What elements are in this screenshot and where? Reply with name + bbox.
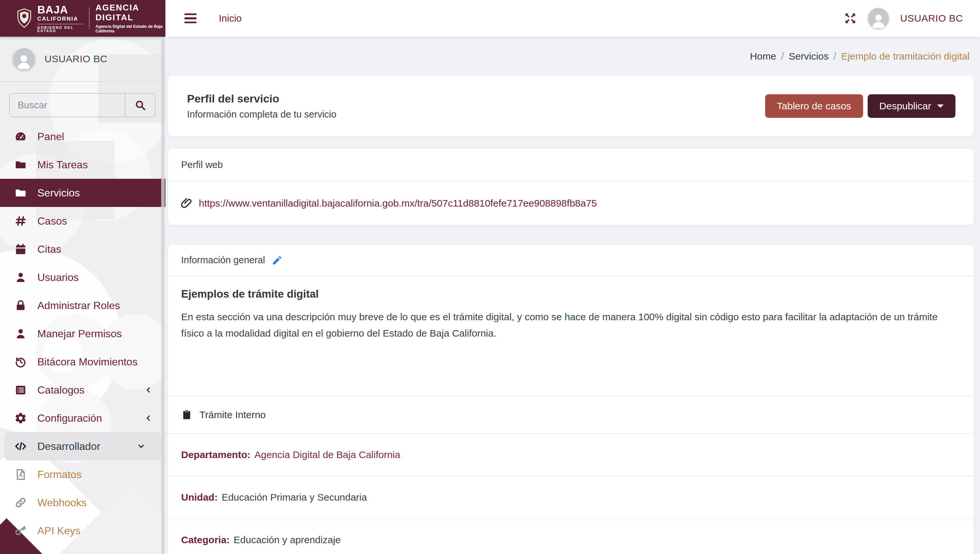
sidebar-search bbox=[9, 93, 156, 117]
sidebar-item-citas[interactable]: Citas bbox=[0, 235, 166, 263]
breadcrumb-servicios[interactable]: Servicios bbox=[789, 51, 829, 62]
caret-down-icon bbox=[937, 105, 943, 111]
sidebar: BAJA CALIFORNIA GOBIERNO DEL ESTADO AGEN… bbox=[0, 0, 166, 554]
chevron-left-icon bbox=[144, 414, 153, 423]
brand-state: BAJA bbox=[37, 4, 83, 15]
sidebar-item-label: Formatos bbox=[37, 468, 81, 481]
brand-agency-sub: Agencia Digital del Estado de Baja Calif… bbox=[95, 24, 166, 34]
sidebar-user[interactable]: USUARIO BC bbox=[0, 37, 166, 81]
breadcrumb-separator: / bbox=[781, 51, 784, 62]
main-content: Home / Servicios / Ejemplo de tramitació… bbox=[166, 37, 980, 554]
tramite-interno-row: Trámite Interno bbox=[168, 396, 974, 434]
edit-pencil-icon[interactable] bbox=[271, 255, 283, 266]
paperclip-icon bbox=[180, 197, 193, 210]
sidebar-item-mis-tareas[interactable]: Mis Tareas bbox=[0, 151, 166, 179]
sidebar-item-catalogos[interactable]: Catalogos bbox=[0, 376, 166, 404]
search-button[interactable] bbox=[125, 94, 155, 116]
despublicar-button[interactable]: Despublicar bbox=[868, 94, 955, 118]
sidebar-item-panel[interactable]: Panel bbox=[0, 123, 166, 151]
calendar-icon bbox=[13, 243, 28, 256]
field-row: Categoria:Educación y aprendizaje bbox=[168, 519, 974, 554]
field-row: Departamento:Agencia Digital de Baja Cal… bbox=[168, 434, 974, 476]
sidebar-item-bit-cora-movimientos[interactable]: Bitácora Movimientos bbox=[0, 348, 166, 376]
service-description-text: En esta sección va una descripción muy b… bbox=[181, 309, 958, 342]
clipboard-icon bbox=[181, 409, 192, 420]
service-url-link[interactable]: https://www.ventanilladigital.bajacalifo… bbox=[199, 198, 597, 209]
informacion-general-card: Información general Ejemplos de trámite … bbox=[168, 245, 974, 554]
field-label: Departamento: bbox=[181, 449, 250, 460]
topbar-avatar[interactable] bbox=[868, 8, 889, 29]
brand-state2: CALIFORNIA bbox=[37, 16, 83, 22]
service-description: Ejemplos de trámite digital En esta secc… bbox=[168, 276, 974, 396]
sidebar-menu: PanelMis TareasServiciosCasosCitasUsuari… bbox=[0, 123, 166, 545]
brand-state-block: BAJA CALIFORNIA GOBIERNO DEL ESTADO bbox=[37, 4, 83, 33]
sidebar-item-webhooks[interactable]: Webhooks bbox=[0, 489, 166, 517]
sidebar-item-formatos[interactable]: Formatos bbox=[0, 460, 166, 489]
chevron-left-icon bbox=[144, 385, 153, 395]
folder-icon bbox=[13, 186, 28, 199]
sidebar-item-casos[interactable]: Casos bbox=[0, 207, 166, 235]
breadcrumb-separator: / bbox=[833, 51, 836, 62]
sidebar-item-label: Catalogos bbox=[37, 384, 84, 396]
search-icon bbox=[134, 99, 146, 111]
sidebar-item-label: Casos bbox=[37, 215, 67, 227]
expand-arrows-icon bbox=[844, 12, 857, 25]
gear-icon bbox=[13, 412, 28, 425]
brand-gov: GOBIERNO DEL ESTADO bbox=[37, 24, 83, 33]
sidebar-item-label: Usuarios bbox=[37, 271, 79, 283]
service-fields: Departamento:Agencia Digital de Baja Cal… bbox=[168, 434, 974, 554]
perfil-web-card: Perfil web https://www.ventanilladigital… bbox=[168, 149, 974, 225]
brand-agency-block: AGENCIA DIGITAL Agencia Digital del Esta… bbox=[95, 3, 166, 34]
field-value[interactable]: Agencia Digital de Baja California bbox=[255, 449, 400, 460]
field-value: Educación y aprendizaje bbox=[234, 534, 341, 546]
link-icon bbox=[13, 496, 28, 509]
service-description-heading: Ejemplos de trámite digital bbox=[181, 288, 961, 300]
chevron-down-icon bbox=[137, 442, 146, 451]
tramite-interno-label: Trámite Interno bbox=[199, 409, 266, 420]
code-icon bbox=[13, 440, 28, 453]
user-icon bbox=[13, 327, 28, 340]
sidebar-item-label: Manejar Permisos bbox=[37, 328, 122, 340]
sidebar-item-label: Citas bbox=[37, 243, 61, 255]
service-header-card: Perfil del servicio Información completa… bbox=[168, 76, 974, 136]
sidebar-item-label: Configuración bbox=[37, 412, 102, 424]
user-icon bbox=[13, 271, 28, 284]
sidebar-scrollbar[interactable] bbox=[161, 39, 165, 554]
sidebar-item-label: Panel bbox=[37, 131, 64, 143]
breadcrumb-home[interactable]: Home bbox=[750, 51, 776, 62]
sidebar-item-usuarios[interactable]: Usuarios bbox=[0, 263, 166, 291]
hash-icon bbox=[13, 215, 28, 228]
fullscreen-button[interactable] bbox=[844, 12, 857, 25]
sidebar-item-servicios[interactable]: Servicios bbox=[0, 179, 166, 207]
sidebar-item-administrar-roles[interactable]: Administrar Roles bbox=[0, 291, 166, 320]
state-crest-icon bbox=[16, 8, 33, 29]
brand-agency: AGENCIA DIGITAL bbox=[95, 3, 166, 22]
page-subtitle: Información completa de tu servicio bbox=[187, 109, 336, 120]
sidebar-item-api-keys[interactable]: API Keys bbox=[0, 517, 166, 545]
field-label: Categoria: bbox=[181, 534, 229, 546]
brand-divider bbox=[89, 7, 90, 29]
sidebar-item-label: Webhooks bbox=[37, 497, 87, 509]
tablero-de-casos-button[interactable]: Tablero de casos bbox=[765, 94, 863, 118]
sidebar-item-label: API Keys bbox=[37, 525, 81, 537]
sidebar-divider bbox=[0, 81, 166, 82]
top-navbar: Inicio USUARIO BC bbox=[166, 0, 980, 37]
sidebar-item-manejar-permisos[interactable]: Manejar Permisos bbox=[0, 320, 166, 348]
menu-toggle-button[interactable] bbox=[182, 11, 199, 25]
field-label: Unidad: bbox=[181, 492, 218, 503]
list-icon bbox=[13, 384, 28, 396]
pdf-icon bbox=[13, 468, 28, 481]
field-row: Unidad:Educación Primaria y Secundaria bbox=[168, 476, 974, 519]
key-icon bbox=[13, 524, 28, 537]
brand-logo[interactable]: BAJA CALIFORNIA GOBIERNO DEL ESTADO AGEN… bbox=[0, 0, 166, 37]
history-icon bbox=[13, 355, 28, 368]
sidebar-item-configuraci-n[interactable]: Configuración bbox=[0, 404, 166, 432]
perfil-web-title: Perfil web bbox=[181, 159, 223, 170]
nav-inicio-link[interactable]: Inicio bbox=[219, 13, 242, 24]
gauge-icon bbox=[13, 130, 28, 143]
folder-icon bbox=[13, 158, 28, 171]
topbar-user-name[interactable]: USUARIO BC bbox=[900, 13, 963, 24]
search-input[interactable] bbox=[10, 94, 125, 116]
sidebar-item-label: Mis Tareas bbox=[37, 159, 88, 171]
sidebar-item-desarrollador[interactable]: Desarrollador bbox=[4, 432, 161, 460]
